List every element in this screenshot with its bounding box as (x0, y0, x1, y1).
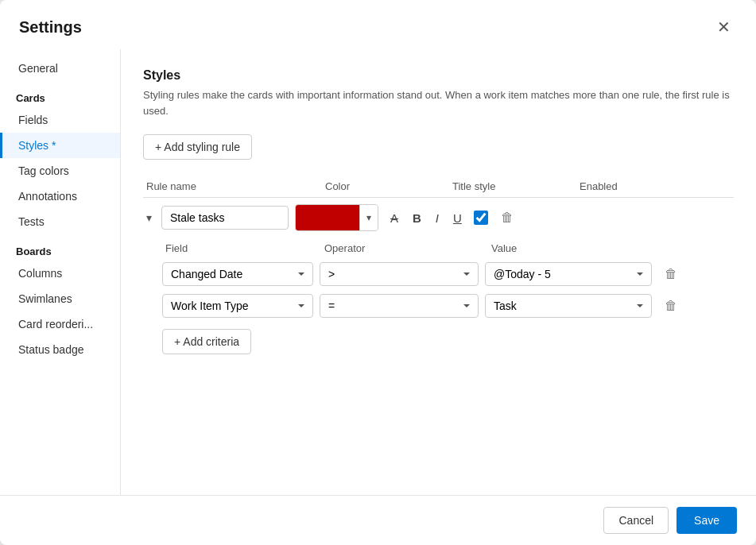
add-criteria-button[interactable]: + Add criteria (162, 329, 251, 354)
criteria-field-select-2[interactable]: Work Item Type Changed Date Title Assign… (162, 294, 313, 318)
italic-style-button[interactable]: I (430, 208, 444, 228)
dialog-header: Settings ✕ (0, 0, 756, 49)
sidebar-item-tag-colors[interactable]: Tag colors (0, 158, 120, 184)
sidebar-section-cards: Cards (0, 81, 120, 107)
rule-delete-button[interactable]: 🗑 (494, 207, 520, 228)
col-enabled: Enabled (576, 180, 640, 192)
criteria-row-1: Changed Date Work Item Type Title Assign… (162, 262, 734, 286)
criteria-header: Field Operator Value (162, 239, 734, 257)
section-desc: Styling rules make the cards with import… (143, 87, 734, 118)
section-title: Styles (143, 68, 734, 83)
underline-style-button[interactable]: U (448, 208, 467, 228)
sidebar-item-columns[interactable]: Columns (0, 261, 120, 286)
criteria-col-action (663, 242, 695, 254)
rule-row: ▾ ▾ A B I U 🗑 (143, 204, 734, 231)
sidebar-item-swimlanes[interactable]: Swimlanes (0, 286, 120, 311)
criteria-operator-select-2[interactable]: = > < ≠ (320, 294, 479, 318)
dialog-body: General Cards Fields Styles * Tag colors… (0, 49, 756, 495)
title-style-group: A B I U (385, 208, 467, 228)
sidebar: General Cards Fields Styles * Tag colors… (0, 49, 121, 495)
add-styling-rule-button[interactable]: + Add styling rule (143, 134, 252, 160)
criteria-delete-button-1[interactable]: 🗑 (658, 264, 684, 284)
col-actions (640, 180, 672, 192)
col-title-style: Title style (449, 180, 576, 192)
sidebar-item-fields[interactable]: Fields (0, 107, 120, 133)
color-dropdown-button[interactable]: ▾ (359, 205, 378, 230)
color-swatch (296, 205, 359, 230)
sidebar-section-boards: Boards (0, 234, 120, 261)
criteria-value-select-2[interactable]: Task Bug Feature Epic (485, 294, 652, 318)
close-button[interactable]: ✕ (711, 14, 737, 40)
sidebar-item-card-reordering[interactable]: Card reorderi... (0, 311, 120, 337)
settings-dialog: Settings ✕ General Cards Fields Styles *… (0, 0, 756, 545)
col-rule-name: Rule name (143, 180, 322, 192)
col-color: Color (322, 180, 449, 192)
main-content: Styles Styling rules make the cards with… (121, 49, 756, 495)
rule-enabled-checkbox[interactable] (474, 211, 488, 225)
criteria-field-select-1[interactable]: Changed Date Work Item Type Title Assign… (162, 262, 313, 286)
color-picker-wrapper: ▾ (295, 204, 378, 231)
rule-expand-chevron[interactable]: ▾ (143, 208, 155, 227)
strikethrough-style-button[interactable]: A (385, 208, 404, 228)
sidebar-item-annotations[interactable]: Annotations (0, 184, 120, 209)
criteria-delete-button-2[interactable]: 🗑 (658, 296, 684, 316)
criteria-section: Field Operator Value Changed Date Work I… (162, 239, 734, 354)
criteria-row-2: Work Item Type Changed Date Title Assign… (162, 294, 734, 318)
sidebar-item-status-badge[interactable]: Status badge (0, 337, 120, 362)
table-header: Rule name Color Title style Enabled (143, 176, 734, 198)
cancel-button[interactable]: Cancel (603, 507, 669, 534)
criteria-col-operator: Operator (321, 242, 488, 254)
criteria-col-field: Field (162, 242, 321, 254)
save-button[interactable]: Save (677, 507, 737, 534)
sidebar-item-general[interactable]: General (0, 56, 120, 81)
criteria-operator-select-1[interactable]: > < = ≠ (320, 262, 479, 286)
sidebar-item-tests[interactable]: Tests (0, 209, 120, 234)
sidebar-item-styles[interactable]: Styles * (0, 133, 120, 158)
criteria-value-select-1[interactable]: @Today - 5 @Today @Today - 1 @Today - 7 (485, 262, 652, 286)
rule-name-input[interactable] (161, 206, 289, 230)
criteria-col-value: Value (488, 242, 663, 254)
bold-style-button[interactable]: B (407, 208, 427, 228)
dialog-title: Settings (19, 18, 82, 37)
dialog-footer: Cancel Save (0, 495, 756, 545)
